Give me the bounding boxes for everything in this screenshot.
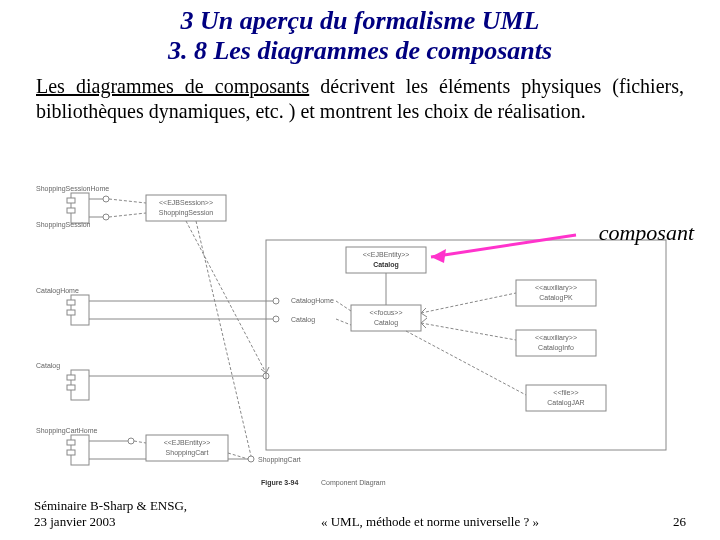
title-block: 3 Un aperçu du formalisme UML 3. 8 Les d… xyxy=(0,0,720,66)
footer-left: Séminaire B-Sharp & ENSG, 23 janvier 200… xyxy=(34,498,234,530)
label-ejb-entity-name: Catalog xyxy=(373,261,399,269)
svg-rect-13 xyxy=(67,300,75,305)
component-diagram: ShoppingSessionHome ShoppingSession <<EJ… xyxy=(36,185,684,490)
svg-line-43 xyxy=(134,441,146,443)
footer-page-number: 26 xyxy=(626,514,686,530)
label-focus-name: Catalog xyxy=(374,319,398,327)
svg-rect-2 xyxy=(67,198,75,203)
callout-label: composant xyxy=(599,220,694,246)
footer: Séminaire B-Sharp & ENSG, 23 janvier 200… xyxy=(0,498,720,530)
label-ss: ShoppingSession xyxy=(36,221,91,229)
label-sc: ShoppingCart xyxy=(258,456,301,464)
svg-point-38 xyxy=(128,438,134,444)
svg-point-4 xyxy=(103,196,109,202)
label-aux1: <<auxiliary>> xyxy=(535,284,577,292)
label-ejb-entity2-name: ShoppingCart xyxy=(166,449,209,457)
diagram-svg: ShoppingSessionHome ShoppingSession <<EJ… xyxy=(36,185,684,490)
label-ejb-session-name: ShoppingSession xyxy=(159,209,214,217)
footer-center: « UML, méthode et norme universelle ? » xyxy=(234,514,626,530)
label-ejb-entity2: <<EJBEntity>> xyxy=(164,439,211,447)
label-focus: <<focus>> xyxy=(369,309,402,316)
svg-line-9 xyxy=(109,199,146,203)
label-catalog2: Catalog xyxy=(36,362,60,370)
svg-rect-31 xyxy=(67,385,75,390)
svg-line-10 xyxy=(109,213,146,217)
svg-line-44 xyxy=(228,453,248,459)
svg-rect-3 xyxy=(67,208,75,213)
svg-rect-37 xyxy=(67,450,75,455)
label-catalog-home: CatalogHome xyxy=(36,287,79,295)
label-file-name: CatalogJAR xyxy=(547,399,584,407)
label-sc-home: ShoppingCartHome xyxy=(36,427,98,435)
label-aux2-name: CatalogInfo xyxy=(538,344,574,352)
footer-left-line2: 23 janvier 2003 xyxy=(34,514,234,530)
svg-point-40 xyxy=(248,456,254,462)
svg-line-45 xyxy=(196,221,251,456)
figure-caption: Component Diagram xyxy=(321,479,386,487)
label-catalog-home2: CatalogHome xyxy=(291,297,334,305)
label-ejb-entity: <<EJBEntity>> xyxy=(363,251,410,259)
title-line-2: 3. 8 Les diagrammes de composants xyxy=(30,36,690,66)
label-file: <<file>> xyxy=(553,389,578,396)
slide: 3 Un aperçu du formalisme UML 3. 8 Les d… xyxy=(0,0,720,540)
footer-left-line1: Séminaire B-Sharp & ENSG, xyxy=(34,498,234,514)
body-lead-underline: Les diagrammes de composants xyxy=(36,75,309,97)
body-paragraph: Les diagrammes de composants décrivent l… xyxy=(0,66,720,124)
label-aux2: <<auxiliary>> xyxy=(535,334,577,342)
label-aux1-name: CatalogPK xyxy=(539,294,573,302)
label-catalog-iface: Catalog xyxy=(291,316,315,324)
svg-rect-36 xyxy=(67,440,75,445)
figure-number: Figure 3-94 xyxy=(261,479,298,487)
svg-rect-14 xyxy=(67,310,75,315)
svg-rect-30 xyxy=(67,375,75,380)
svg-point-6 xyxy=(103,214,109,220)
label-ss-home: ShoppingSessionHome xyxy=(36,185,109,193)
label-ejb-session: <<EJBSession>> xyxy=(159,199,213,206)
svg-rect-0 xyxy=(266,240,666,450)
title-line-1: 3 Un aperçu du formalisme UML xyxy=(30,6,690,36)
